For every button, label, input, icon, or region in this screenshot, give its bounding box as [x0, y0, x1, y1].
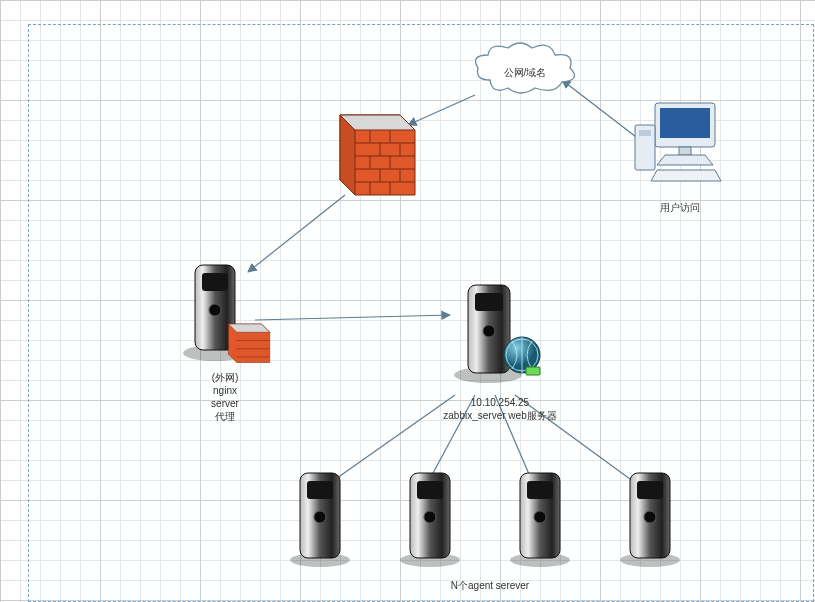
svg-point-47: [424, 511, 436, 523]
zabbix-label: 10.10.254.25 zabbix_server web服务器: [440, 396, 560, 422]
svg-rect-42: [307, 481, 333, 499]
web-server-icon: [440, 275, 560, 390]
agent-node-1: [280, 465, 360, 572]
svg-rect-46: [417, 481, 443, 499]
svg-point-51: [534, 511, 546, 523]
agent-node-3: [500, 465, 580, 572]
svg-rect-50: [527, 481, 553, 499]
server-icon: [500, 465, 580, 570]
nginx-node: (外网) nginx server 代理: [175, 255, 275, 423]
svg-point-37: [483, 325, 495, 337]
svg-rect-54: [637, 481, 663, 499]
svg-point-55: [644, 511, 656, 523]
server-icon: [280, 465, 360, 570]
server-icon: [610, 465, 690, 570]
agents-group-label-node: N个agent serever: [360, 575, 620, 592]
cloud-node: 公网/域名: [470, 40, 580, 102]
workstation-icon: [625, 95, 735, 195]
cloud-label: 公网/域名: [470, 66, 580, 79]
nginx-label: (外网) nginx server 代理: [175, 371, 275, 423]
client-label: 用户访问: [625, 201, 735, 214]
svg-rect-29: [202, 273, 228, 291]
agents-label: N个agent serever: [360, 579, 620, 592]
svg-point-43: [314, 511, 326, 523]
server-firewall-icon: [175, 255, 275, 365]
firewall-icon: [330, 95, 420, 205]
svg-rect-12: [639, 130, 651, 136]
agent-node-4: [610, 465, 690, 572]
svg-rect-9: [660, 108, 710, 138]
svg-rect-10: [679, 147, 691, 155]
svg-point-30: [209, 304, 221, 316]
server-icon: [390, 465, 470, 570]
agent-node-2: [390, 465, 470, 572]
firewall-node: [330, 95, 420, 207]
svg-rect-36: [475, 293, 503, 311]
client-node: 用户访问: [625, 95, 735, 214]
zabbix-node: 10.10.254.25 zabbix_server web服务器: [440, 275, 560, 422]
svg-rect-39: [526, 367, 540, 375]
